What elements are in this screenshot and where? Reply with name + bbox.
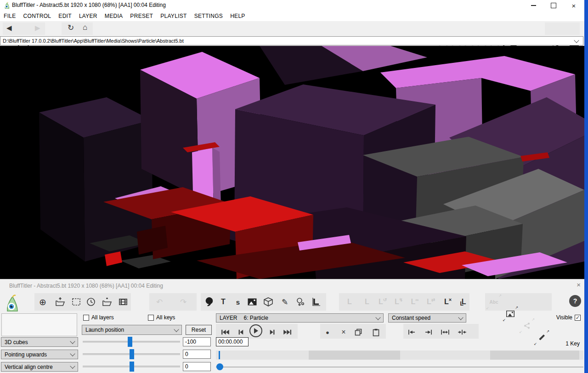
model-blob-button[interactable] — [204, 296, 215, 308]
record-key-button[interactable]: ● — [322, 326, 334, 338]
property-slider-x[interactable] — [83, 337, 180, 347]
slider-z-handle[interactable] — [130, 362, 134, 372]
address-bar[interactable]: D:\BluffTitler 17.0.0.2\BluffTitler\App\… — [0, 36, 583, 45]
menu-control[interactable]: CONTROL — [20, 13, 55, 19]
address-dropdown-chevron-icon[interactable] — [574, 38, 579, 43]
all-layers-option[interactable]: All layers — [83, 314, 114, 321]
add-button[interactable]: ⊕ — [37, 296, 49, 308]
help-button[interactable]: ? — [569, 295, 581, 307]
maximize-button[interactable] — [544, 0, 563, 11]
menu-playlist[interactable]: PLAYLIST — [157, 13, 191, 19]
app-window: BluffTitler - Abstract5.bt 1920 x 1080 (… — [0, 0, 584, 373]
sketch-layer-button[interactable]: ✎ — [279, 296, 291, 308]
speed-combo[interactable]: Constant speed — [388, 313, 466, 323]
value-z-input[interactable]: 0 — [183, 362, 211, 371]
stretch-keys-button[interactable] — [439, 326, 451, 338]
all-layers-label: All layers — [91, 314, 114, 321]
particle-layer-button[interactable] — [294, 296, 306, 308]
render-viewport[interactable] — [0, 46, 584, 279]
all-keys-checkbox[interactable] — [148, 315, 154, 321]
reset-button[interactable]: Reset — [186, 325, 212, 335]
nav-toolbar: ◀ ▶ ▶ ↻ ⌂ T Abc 1 — [0, 21, 584, 36]
play-animation-button[interactable] — [249, 324, 262, 337]
layer-combo-label: LAYER — [220, 315, 237, 321]
subtitle-layer-button[interactable]: s — [232, 296, 244, 308]
timeline-slider[interactable] — [216, 362, 583, 372]
direction-combo-value: Pointing upwards — [5, 351, 47, 358]
editor-panel: BluffTitler - Abstract5.bt 1920 x 1080 (… — [0, 279, 584, 373]
timeline-knob[interactable] — [216, 363, 223, 370]
value-x-input[interactable]: -100 — [183, 337, 211, 346]
model-layer-button[interactable] — [262, 296, 274, 308]
delete-key-button[interactable]: × — [338, 326, 350, 338]
detach-layer-button[interactable]: L× — [442, 296, 454, 308]
attach-rotation-button[interactable]: L↺ — [377, 296, 389, 308]
all-layers-checkbox[interactable] — [83, 315, 89, 321]
compress-keys-button[interactable] — [456, 326, 468, 338]
menu-edit[interactable]: EDIT — [55, 13, 75, 19]
prev-key-button[interactable] — [235, 326, 247, 338]
back-icon[interactable]: ◀ — [6, 24, 12, 32]
title-bar[interactable]: BluffTitler - Abstract5.bt 1920 x 1080 (… — [0, 0, 584, 11]
value-y-input[interactable]: 0 — [183, 350, 211, 359]
layer-combo-chevron-icon — [375, 315, 380, 320]
import-media-button[interactable] — [101, 296, 113, 308]
attach-particles-button[interactable]: L∞ — [409, 296, 421, 308]
redo-button[interactable]: ↷ — [177, 296, 189, 308]
attach-effect-button[interactable]: L↯ — [393, 296, 405, 308]
change-texture-button[interactable]: ↗↙ — [504, 308, 516, 320]
resolution-button[interactable] — [70, 296, 82, 308]
duplicate-layer-button[interactable]: LL — [457, 296, 469, 308]
container-layer-button[interactable] — [311, 296, 322, 308]
picture-layer-button[interactable] — [246, 296, 258, 308]
property-combo[interactable]: Launch position — [82, 325, 182, 335]
refresh-icon[interactable]: ↻ — [68, 23, 74, 33]
attach-layer-2-button[interactable]: L — [361, 296, 373, 308]
key-track[interactable] — [216, 351, 583, 360]
go-last-key-button[interactable] — [282, 326, 294, 338]
all-keys-option[interactable]: All keys — [148, 314, 175, 321]
shape-combo[interactable]: 3D cubes — [1, 337, 78, 347]
align-combo[interactable]: Vertical align centre — [1, 362, 78, 372]
text-layer-button[interactable]: T — [217, 296, 229, 308]
minimize-button[interactable] — [524, 0, 543, 11]
copy-keys-button[interactable] — [352, 326, 364, 338]
menu-media[interactable]: MEDIA — [101, 13, 127, 19]
duration-button[interactable] — [85, 296, 97, 308]
panel-close-icon[interactable]: × — [577, 281, 581, 289]
change-font-button[interactable]: Abc ↗↙ — [488, 296, 500, 308]
layer-select-combo[interactable]: LAYER 6: Particle — [216, 313, 384, 323]
paste-keys-button[interactable] — [370, 326, 382, 338]
undo-button[interactable]: ↶ — [153, 296, 165, 308]
move-key-to-start-button[interactable] — [406, 326, 418, 338]
current-key-marker[interactable] — [219, 351, 220, 359]
open-show-button[interactable] — [54, 296, 66, 308]
move-key-to-end-button[interactable] — [423, 326, 435, 338]
property-slider-z[interactable] — [83, 362, 180, 372]
menu-settings[interactable]: SETTINGS — [191, 13, 226, 19]
close-button[interactable]: × — [564, 0, 583, 11]
next-key-button[interactable] — [266, 326, 278, 338]
show-file-path: D:\BluffTitler 17.0.0.2\BluffTitler\App\… — [0, 38, 575, 44]
direction-combo[interactable]: Pointing upwards — [1, 350, 78, 359]
home-icon[interactable]: ⌂ — [83, 23, 87, 32]
change-sketch-button[interactable]: ↗↙ — [536, 332, 548, 344]
time-input[interactable]: 00:00.000 — [216, 337, 249, 346]
visible-option[interactable]: Visible ✓ — [556, 314, 581, 321]
menu-file[interactable]: FILE — [0, 13, 20, 19]
slider-y-handle[interactable] — [130, 349, 134, 359]
menu-preset[interactable]: PRESET — [126, 13, 157, 19]
visible-checkbox[interactable]: ✓ — [575, 315, 581, 321]
attach-layer-1-button[interactable]: L — [344, 296, 356, 308]
direction-combo-chevron-icon — [70, 351, 75, 356]
export-video-button[interactable] — [117, 296, 129, 308]
menu-help[interactable]: HELP — [226, 13, 249, 19]
slider-x-handle[interactable] — [128, 337, 132, 347]
property-slider-y[interactable] — [83, 349, 180, 359]
menu-layer[interactable]: LAYER — [75, 13, 101, 19]
attach-arrows-button[interactable]: L⇄ — [425, 296, 437, 308]
forward-icon[interactable]: ▶ — [35, 24, 40, 32]
change-effect-button[interactable]: ↗↙ — [521, 320, 533, 332]
go-first-key-button[interactable] — [219, 326, 231, 338]
all-keys-label: All keys — [156, 314, 175, 321]
